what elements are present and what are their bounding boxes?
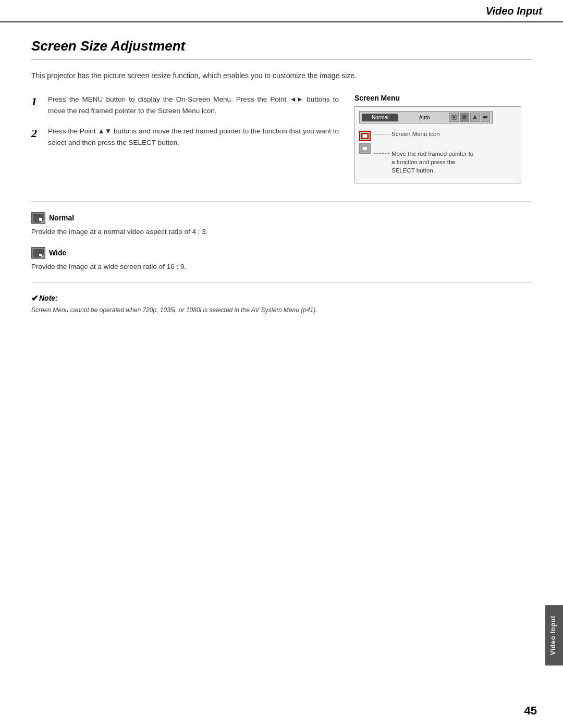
step-2: 2 Press the Point ▲▼ buttons and move th… <box>31 126 339 148</box>
normal-mode-desc: Provide the image at a normal video aspe… <box>31 227 532 237</box>
normal-mode-section: Normal Provide the image at a normal vid… <box>31 212 532 237</box>
note-title: Note: <box>39 294 58 302</box>
left-icons-col <box>359 131 371 154</box>
wide-mode-title: Wide <box>49 249 66 257</box>
note-label: ✔ Note: <box>31 293 532 303</box>
svg-marker-3 <box>473 115 477 119</box>
step-2-text: Press the Point ▲▼ buttons and move the … <box>48 126 339 148</box>
normal-mode-title: Normal <box>49 214 74 222</box>
left-icon-1-highlighted <box>359 131 371 141</box>
menu-icon-3 <box>470 113 480 122</box>
svg-rect-11 <box>41 220 44 223</box>
svg-rect-8 <box>363 147 367 150</box>
step-1: 1 Press the MENU button to display the O… <box>31 94 339 116</box>
divider-2 <box>31 282 532 283</box>
svg-rect-10 <box>33 214 44 223</box>
screen-menu-box: Normal Auto <box>354 106 521 183</box>
step-1-number: 1 <box>31 95 42 116</box>
normal-mode-header: Normal <box>31 212 532 224</box>
normal-button: Normal <box>362 114 398 121</box>
svg-rect-6 <box>363 134 367 138</box>
main-content: Screen Size Adjustment This projector ha… <box>0 22 563 346</box>
svg-rect-4 <box>483 116 487 118</box>
steps-column: 1 Press the MENU button to display the O… <box>31 94 339 189</box>
wide-mode-icon <box>31 247 45 258</box>
note-section: ✔ Note: Screen Menu cannot be operated w… <box>31 293 532 315</box>
svg-rect-14 <box>41 255 44 257</box>
svg-point-1 <box>453 116 455 118</box>
wide-mode-section: Wide Provide the image at a wide screen … <box>31 247 532 272</box>
svg-rect-2 <box>462 115 467 119</box>
screen-menu-move-label: Move the red framed pointer to a functio… <box>391 150 475 175</box>
checkmark-icon: ✔ <box>31 293 38 303</box>
page-number: 45 <box>524 704 537 718</box>
menu-icon-group <box>449 113 490 122</box>
screen-menu-label: Screen Menu <box>354 94 532 102</box>
sidebar-tab: Video Input <box>545 605 563 665</box>
screen-menu-column: Screen Menu Normal Auto <box>354 94 532 189</box>
page-title: Screen Size Adjustment <box>31 38 532 60</box>
menu-icon-2 <box>460 113 469 122</box>
wide-mode-desc: Provide the image at a wide screen ratio… <box>31 262 532 272</box>
auto-button: Auto <box>409 114 440 121</box>
menu-icon-4 <box>481 113 490 122</box>
two-column-layout: 1 Press the MENU button to display the O… <box>31 94 532 189</box>
step-1-text: Press the MENU button to display the On-… <box>48 94 339 116</box>
wide-mode-header: Wide <box>31 247 532 258</box>
screen-menu-icon-label: Screen Menu icon <box>391 130 440 138</box>
intro-text: This projector has the picture screen re… <box>31 70 532 81</box>
menu-bar: Normal Auto <box>359 111 493 124</box>
note-text: Screen Menu cannot be operated when 720p… <box>31 305 532 315</box>
normal-mode-icon <box>31 212 45 224</box>
svg-rect-13 <box>33 249 44 257</box>
top-header: Video Input <box>0 0 563 22</box>
header-title: Video Input <box>486 5 542 17</box>
sidebar-tab-label: Video Input <box>549 615 557 655</box>
step-2-number: 2 <box>31 127 42 148</box>
left-icon-2 <box>359 143 371 154</box>
divider-1 <box>31 201 532 202</box>
menu-icon-1 <box>449 113 459 122</box>
